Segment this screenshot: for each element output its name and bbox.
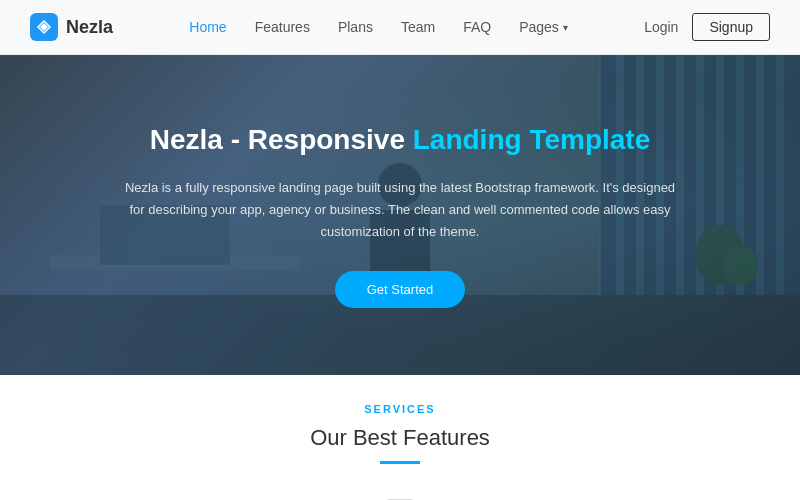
section-title: Our Best Features xyxy=(0,425,800,451)
hero-section: Nezla - Responsive Landing Template Nezl… xyxy=(0,55,800,375)
nav-links: Home Features Plans Team FAQ Pages ▾ xyxy=(189,18,568,36)
section-divider xyxy=(380,461,420,464)
nav-faq[interactable]: FAQ xyxy=(463,18,491,36)
hero-title-accent: Landing Template xyxy=(413,124,651,155)
nav-pages[interactable]: Pages ▾ xyxy=(519,19,568,35)
nav-plans[interactable]: Plans xyxy=(338,18,373,36)
navbar-actions: Login Signup xyxy=(644,13,770,41)
navbar: Nezla Home Features Plans Team FAQ Pages… xyxy=(0,0,800,55)
hero-title-plain: Nezla - Responsive xyxy=(150,124,413,155)
hero-subtitle: Nezla is a fully responsive landing page… xyxy=(120,177,680,243)
nav-home[interactable]: Home xyxy=(189,18,226,36)
certificate-icon xyxy=(381,496,419,500)
features-section: SERVICES Our Best Features xyxy=(0,375,800,500)
brand-icon xyxy=(30,13,58,41)
login-button[interactable]: Login xyxy=(644,19,678,35)
nav-features[interactable]: Features xyxy=(255,18,310,36)
section-label: SERVICES xyxy=(0,403,800,415)
hero-content: Nezla - Responsive Landing Template Nezl… xyxy=(100,122,700,308)
feature-item-chart xyxy=(499,496,539,500)
feature-item-certificate xyxy=(381,496,419,500)
feature-item-trophy xyxy=(261,496,301,500)
get-started-button[interactable]: Get Started xyxy=(335,271,465,308)
hero-title: Nezla - Responsive Landing Template xyxy=(120,122,680,158)
chart-icon xyxy=(499,496,539,500)
brand-name: Nezla xyxy=(66,17,113,38)
trophy-icon xyxy=(261,496,301,500)
chevron-down-icon: ▾ xyxy=(563,22,568,33)
brand-logo[interactable]: Nezla xyxy=(30,13,113,41)
features-icons-row xyxy=(0,488,800,500)
signup-button[interactable]: Signup xyxy=(692,13,770,41)
svg-point-17 xyxy=(722,245,758,285)
nav-team[interactable]: Team xyxy=(401,18,435,36)
